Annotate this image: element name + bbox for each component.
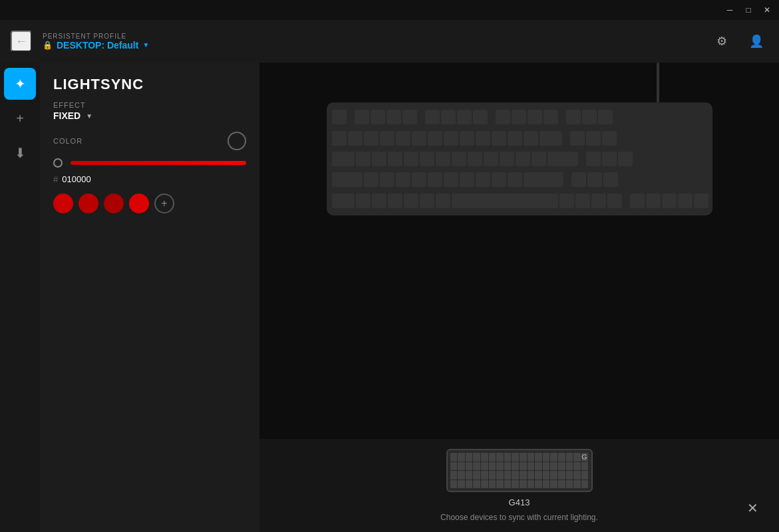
hex-hash: # — [53, 174, 58, 184]
mini-key — [481, 462, 488, 471]
device-label: G413 — [509, 497, 530, 507]
color-label-row: COLOR — [53, 132, 246, 150]
slider-row — [53, 158, 246, 168]
key — [372, 194, 387, 208]
key — [460, 172, 474, 187]
key — [586, 131, 601, 146]
key — [524, 172, 563, 187]
mini-key — [581, 471, 589, 479]
swatch-2[interactable] — [78, 194, 98, 213]
mini-key — [489, 462, 496, 471]
color-section: COLOR # + — [53, 132, 246, 213]
sidebar-icons: ✦ + ⬇ — [0, 63, 40, 532]
user-button[interactable]: 👤 — [744, 29, 768, 53]
mini-key — [450, 480, 458, 489]
device-thumbnail[interactable]: G — [446, 449, 593, 492]
mini-key — [566, 453, 573, 462]
key — [500, 152, 514, 166]
key-space — [452, 194, 558, 208]
mini-key — [466, 453, 473, 462]
mini-key — [535, 462, 542, 471]
key — [571, 172, 586, 187]
color-label: COLOR — [53, 137, 82, 145]
settings-button[interactable]: ⚙ — [710, 29, 734, 53]
key — [380, 172, 394, 187]
device-thumbnail-container: G — [446, 449, 593, 492]
key — [364, 131, 379, 146]
hex-input[interactable] — [62, 174, 115, 184]
key — [332, 194, 355, 208]
key — [412, 172, 426, 187]
key — [524, 131, 538, 146]
mini-key — [473, 462, 480, 471]
add-swatch-button[interactable]: + — [154, 194, 174, 213]
key — [404, 152, 418, 166]
maximize-button[interactable]: □ — [742, 3, 755, 17]
mini-key — [566, 462, 573, 471]
swatch-3[interactable] — [104, 194, 124, 213]
back-button[interactable]: ← — [11, 31, 32, 52]
key — [591, 194, 606, 208]
hex-row: # — [53, 174, 246, 184]
effect-value: FIXED — [53, 110, 80, 121]
mini-key — [520, 462, 527, 471]
key — [436, 152, 450, 166]
key — [566, 110, 581, 124]
mini-key — [581, 480, 589, 489]
key — [441, 110, 456, 124]
sidebar-item-download[interactable]: ⬇ — [4, 137, 36, 169]
key — [694, 194, 708, 208]
mini-key — [496, 453, 504, 462]
key — [372, 152, 387, 166]
key — [428, 172, 442, 187]
key-gap — [565, 172, 570, 187]
mini-key — [558, 462, 565, 471]
key-gap — [579, 152, 585, 166]
swatch-4[interactable] — [129, 194, 149, 213]
sidebar-item-lightsync[interactable]: ✦ — [4, 68, 36, 100]
key — [508, 131, 522, 146]
slider-handle — [53, 158, 63, 168]
mini-key — [504, 480, 512, 489]
panel-title: LIGHTSYNC — [53, 76, 246, 93]
mini-key — [504, 462, 512, 471]
mini-key — [496, 462, 504, 471]
key-gap — [563, 131, 569, 146]
key — [460, 131, 474, 146]
key — [586, 152, 601, 166]
mini-key — [528, 471, 535, 479]
key — [602, 131, 617, 146]
sidebar-item-add[interactable]: + — [4, 102, 36, 134]
mini-key — [504, 471, 512, 479]
close-overlay-button[interactable]: ✕ — [742, 497, 763, 519]
effect-dropdown[interactable]: FIXED ▼ — [53, 110, 246, 121]
key — [662, 194, 677, 208]
close-button[interactable]: ✕ — [760, 3, 774, 17]
mini-key — [520, 480, 527, 489]
effect-label: EFFECT — [53, 101, 246, 109]
mini-key — [458, 480, 465, 489]
key-row-fn — [332, 108, 708, 126]
color-picker-button[interactable] — [228, 132, 246, 150]
effect-chevron-icon: ▼ — [86, 112, 92, 120]
persistent-profile-label: PERSISTENT PROFILE — [43, 33, 149, 40]
minimize-button[interactable]: ─ — [723, 3, 736, 17]
key — [355, 110, 369, 124]
mini-key — [528, 462, 535, 471]
mini-key — [520, 471, 527, 479]
desktop-dropdown[interactable]: 🔒 DESKTOP: Default ▼ — [43, 40, 149, 51]
mini-key — [558, 453, 565, 462]
mini-key — [573, 462, 581, 471]
key — [618, 152, 633, 166]
mini-key — [466, 471, 473, 479]
key — [492, 131, 506, 146]
desktop-label-text: DESKTOP: Default — [57, 40, 138, 51]
color-slider[interactable] — [71, 161, 246, 165]
key — [544, 110, 558, 124]
key — [404, 194, 418, 208]
swatch-1[interactable] — [53, 194, 73, 213]
mini-key — [481, 453, 488, 462]
key — [598, 110, 613, 124]
key — [532, 152, 546, 166]
key — [332, 152, 355, 166]
